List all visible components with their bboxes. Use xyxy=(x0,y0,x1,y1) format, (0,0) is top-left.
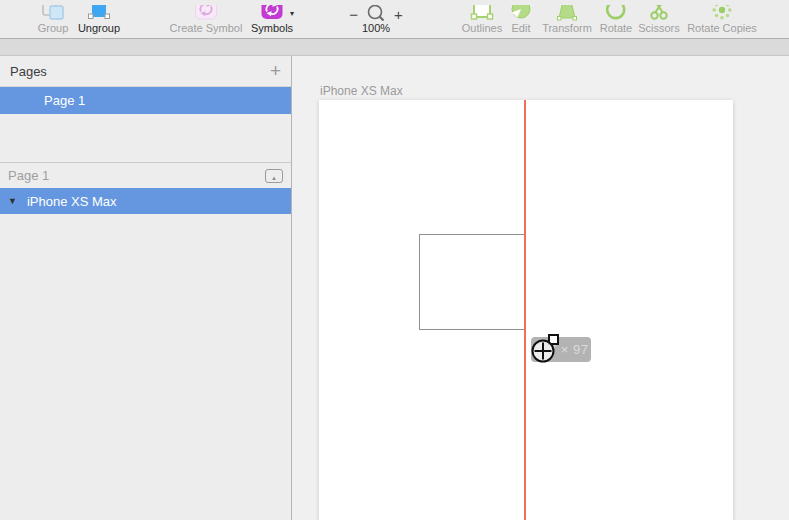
rotate-icon xyxy=(598,5,634,21)
layer-list-item-artboard[interactable]: ▼ iPhone XS Max xyxy=(0,188,291,214)
smart-guide-red-line xyxy=(524,100,526,520)
pages-header-title: Pages xyxy=(10,64,270,79)
page-list-item[interactable]: Page 1 xyxy=(0,87,291,114)
toolbar-button-scissors[interactable]: Scissors xyxy=(631,0,687,38)
zoom-in-button[interactable]: + xyxy=(394,8,403,21)
layers-header-title: Page 1 xyxy=(8,168,265,183)
toolbar-label-symbols: Symbols xyxy=(251,23,293,34)
toolbar-label-create-symbol: Create Symbol xyxy=(170,23,243,34)
toolbar-button-rotate-copies[interactable]: Rotate Copies xyxy=(680,0,764,38)
pages-list-empty-area[interactable] xyxy=(0,114,291,163)
scissors-icon xyxy=(641,5,677,21)
rectangle-shape[interactable] xyxy=(419,234,525,330)
transform-icon xyxy=(549,5,585,21)
toolbar-label-rotate-copies: Rotate Copies xyxy=(687,23,757,34)
toolbar-button-symbols[interactable]: ▾ Symbols xyxy=(237,0,307,38)
create-symbol-icon xyxy=(188,5,224,21)
toolbar-button-ungroup[interactable]: Ungroup xyxy=(68,0,130,38)
toolbar-label-scissors: Scissors xyxy=(638,23,680,34)
crosshair-shape-cursor-icon xyxy=(529,332,563,368)
ungroup-icon xyxy=(81,5,117,21)
artboard-title[interactable]: iPhone XS Max xyxy=(320,84,403,98)
disclosure-triangle-icon[interactable]: ▼ xyxy=(8,197,17,206)
toolbar-label-rotate: Rotate xyxy=(600,23,632,34)
layer-name: iPhone XS Max xyxy=(27,194,117,209)
toolbar-label-edit: Edit xyxy=(512,23,531,34)
page-name: Page 1 xyxy=(44,93,85,108)
symbols-icon: ▾ xyxy=(254,5,290,21)
symbols-dropdown-icon[interactable]: ▾ xyxy=(290,10,294,18)
rotate-copies-icon xyxy=(704,5,740,21)
add-page-button[interactable]: + xyxy=(270,63,281,79)
edit-icon xyxy=(503,5,539,21)
main-toolbar: Group Ungroup Create Symbol xyxy=(0,0,789,39)
toolbar-button-create-symbol[interactable]: Create Symbol xyxy=(166,0,246,38)
toolbar-button-transform[interactable]: Transform xyxy=(535,0,599,38)
artboard-list-button[interactable]: ▴ xyxy=(265,169,283,183)
artboard-iphone-xs-max[interactable] xyxy=(319,100,733,520)
outlines-icon xyxy=(464,5,500,21)
layers-header: Page 1 ▴ xyxy=(0,163,291,188)
group-icon xyxy=(35,5,71,21)
magnifier-icon xyxy=(365,5,387,21)
toolbar-zoom-controls: − + 100% xyxy=(341,0,411,38)
toolbar-label-group: Group xyxy=(38,23,69,34)
toolbar-substrip xyxy=(0,39,789,56)
artboard-thumb-icon: ▴ xyxy=(272,174,276,181)
toolbar-label-ungroup: Ungroup xyxy=(78,23,120,34)
toolbar-label-transform: Transform xyxy=(542,23,592,34)
left-sidebar: Pages + Page 1 Page 1 ▴ ▼ iPhone XS Max xyxy=(0,56,292,520)
canvas-area[interactable]: iPhone XS Max 7 × 97 xyxy=(293,56,789,520)
pages-header: Pages + xyxy=(0,56,291,87)
zoom-level: 100% xyxy=(362,23,390,34)
zoom-out-button[interactable]: − xyxy=(349,8,358,21)
toolbar-label-outlines: Outlines xyxy=(462,23,502,34)
